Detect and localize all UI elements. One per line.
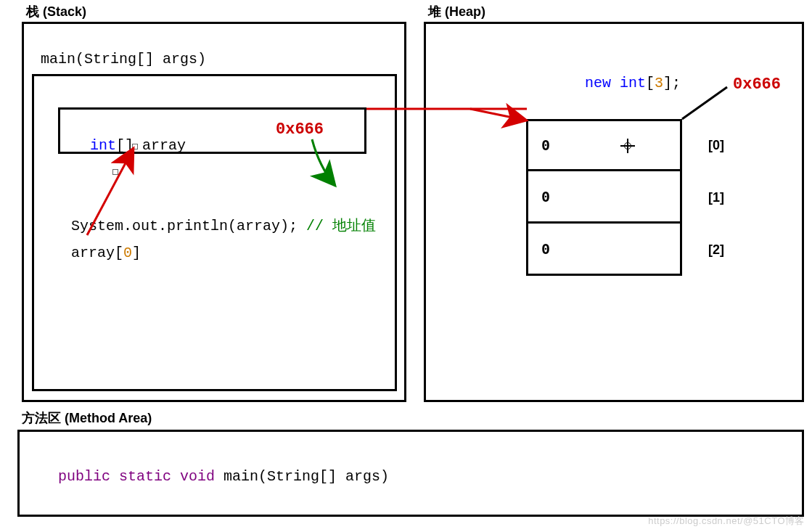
new-close: ]; xyxy=(663,75,681,91)
method-signature: public static void main(String[] args) xyxy=(41,451,389,485)
new-type: int xyxy=(620,75,646,91)
array-index-value: 0 xyxy=(123,245,132,261)
var-decl: int[] array xyxy=(73,120,186,154)
comment-text: 地址值 xyxy=(332,218,376,234)
var-name: array xyxy=(142,137,186,154)
heap-new-expr: new int[3]; xyxy=(567,58,681,91)
new-keyword: new xyxy=(585,75,620,91)
heap-cell-0: 0 xyxy=(526,119,682,171)
heap-cell-1-value: 0 xyxy=(541,188,550,205)
heap-cell-2: 0 xyxy=(526,224,682,276)
heap-address: 0x666 xyxy=(733,75,781,94)
new-open: [ xyxy=(646,75,655,91)
selection-handle xyxy=(112,169,118,175)
array-index-pre: array[ xyxy=(71,245,123,261)
heap-index-2: [2] xyxy=(708,242,724,258)
heap-cell-1: 0 xyxy=(526,171,682,224)
var-brackets: [] xyxy=(116,137,142,154)
selection-handle xyxy=(132,144,138,150)
cursor-target-icon xyxy=(620,139,635,153)
method-modifiers: public static void xyxy=(58,468,215,485)
heap-index-1: [1] xyxy=(708,190,724,205)
array-index-expr: array[0] xyxy=(54,228,141,261)
stack-address-value: 0x666 xyxy=(276,120,324,139)
var-type-keyword: int xyxy=(90,137,116,154)
heap-cell-2-value: 0 xyxy=(541,240,550,258)
method-area-title: 方法区 (Method Area) xyxy=(22,409,152,427)
array-index-post: ] xyxy=(132,245,141,261)
heap-title: 堆 (Heap) xyxy=(428,3,485,20)
new-size: 3 xyxy=(655,75,663,91)
heap-cell-0-value: 0 xyxy=(541,136,550,154)
method-rest: main(String[] args) xyxy=(215,468,389,485)
comment-slashes: // xyxy=(306,218,332,234)
heap-index-0: [0] xyxy=(708,138,724,153)
stack-title: 栈 (Stack) xyxy=(26,3,86,20)
watermark: https://blog.csdn.net/@51CTO博客 xyxy=(648,515,805,528)
stack-frame-header: main(String[] args) xyxy=(41,51,206,67)
